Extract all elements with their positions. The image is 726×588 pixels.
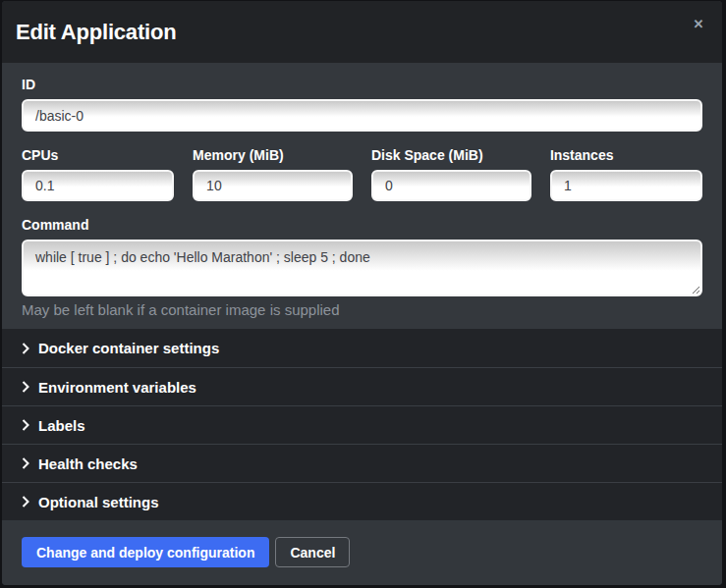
command-field-group: Command while [ true ] ; do echo 'Hello … [22, 217, 702, 318]
cpus-label: CPUs [22, 147, 174, 163]
modal-title: Edit Application [16, 20, 176, 45]
id-input[interactable] [22, 99, 702, 132]
section-label: Health checks [38, 455, 138, 472]
instances-label: Instances [550, 147, 702, 163]
section-label: Docker container settings [38, 340, 219, 356]
section-optional-settings[interactable]: Optional settings [2, 482, 722, 520]
id-label: ID [22, 77, 702, 92]
collapsible-sections: Docker container settings Environment va… [2, 329, 722, 520]
disk-label: Disk Space (MiB) [371, 147, 531, 163]
chevron-right-icon [22, 496, 29, 508]
memory-input[interactable] [193, 170, 353, 201]
cancel-button[interactable]: Cancel [275, 537, 350, 567]
command-help-text: May be left blank if a container image i… [22, 301, 702, 318]
section-docker-container-settings[interactable]: Docker container settings [2, 329, 722, 367]
instances-input[interactable] [550, 170, 702, 201]
edit-application-modal: Edit Application ✕ ID CPUs Memory (MiB) … [2, 1, 722, 585]
close-icon[interactable]: ✕ [689, 15, 708, 34]
chevron-right-icon [22, 381, 29, 393]
section-environment-variables[interactable]: Environment variables [2, 367, 722, 405]
disk-field-group: Disk Space (MiB) [371, 147, 531, 201]
memory-label: Memory (MiB) [193, 147, 353, 163]
change-and-deploy-button[interactable]: Change and deploy configuration [22, 537, 269, 567]
section-label: Optional settings [38, 494, 159, 510]
id-field-group: ID [22, 77, 702, 132]
section-health-checks[interactable]: Health checks [2, 444, 722, 482]
chevron-right-icon [22, 419, 29, 431]
section-label: Labels [38, 417, 85, 434]
instances-field-group: Instances [550, 147, 702, 201]
command-textarea[interactable]: while [ true ] ; do echo 'Hello Marathon… [22, 240, 702, 296]
memory-field-group: Memory (MiB) [193, 147, 353, 201]
modal-header: Edit Application ✕ [2, 1, 722, 63]
chevron-right-icon [22, 343, 29, 354]
resources-row: CPUs Memory (MiB) Disk Space (MiB) Insta… [22, 147, 702, 201]
section-label: Environment variables [38, 379, 196, 396]
cpus-field-group: CPUs [22, 147, 174, 201]
modal-footer: Change and deploy configuration Cancel [2, 520, 722, 585]
disk-input[interactable] [371, 170, 531, 201]
chevron-right-icon [22, 457, 29, 469]
section-labels[interactable]: Labels [2, 405, 722, 444]
command-label: Command [22, 217, 702, 233]
application-form: ID CPUs Memory (MiB) Disk Space (MiB) In… [2, 63, 722, 329]
cpus-input[interactable] [22, 170, 174, 201]
